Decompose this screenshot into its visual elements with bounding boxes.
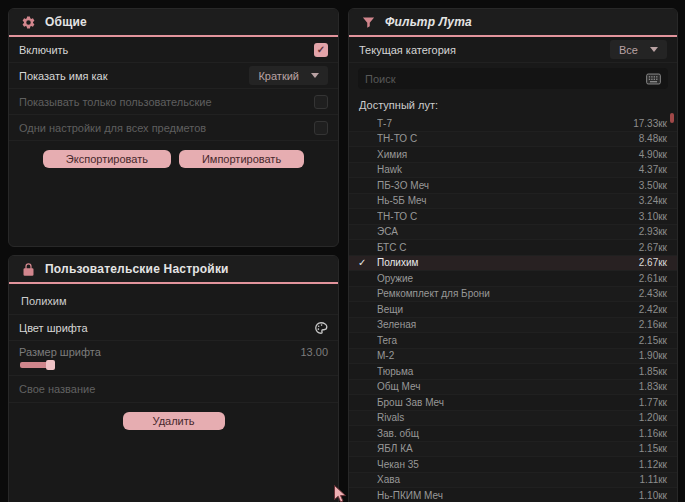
item-name: ЭСА bbox=[377, 226, 639, 237]
list-item[interactable]: Hawk4.37кк bbox=[349, 163, 677, 179]
item-count: 2.15кк bbox=[639, 335, 667, 346]
delete-row: Удалить bbox=[9, 412, 338, 430]
item-name: Hawk bbox=[377, 164, 639, 175]
item-name: ТН-ТО С bbox=[377, 133, 639, 144]
item-count: 1.90кк bbox=[639, 350, 667, 361]
list-item[interactable]: ТН-ТО С8.48кк bbox=[349, 132, 677, 148]
list-item[interactable]: Rivals1.20кк bbox=[349, 411, 677, 427]
list-item[interactable]: ПБ-3О Меч3.50кк bbox=[349, 178, 677, 194]
custom-settings-panel: Пользовательские Настройки Полихим Цвет … bbox=[8, 255, 339, 502]
list-item[interactable]: Тега2.15кк bbox=[349, 333, 677, 349]
loot-list: Т-717.33ккТН-ТО С8.48ккХимия4.90ккHawk4.… bbox=[349, 116, 677, 502]
item-name: Полихим bbox=[377, 257, 639, 268]
import-button[interactable]: Импортировать bbox=[179, 150, 304, 168]
show-name-label: Показать имя как bbox=[19, 70, 108, 82]
item-name: Тега bbox=[377, 335, 639, 346]
item-name: Ремкомплект для Брони bbox=[377, 288, 639, 299]
enable-checkbox[interactable]: ✓ bbox=[314, 43, 328, 57]
same-settings-label: Одни настройки для всех предметов bbox=[19, 122, 206, 134]
scrollbar-thumb[interactable] bbox=[670, 113, 674, 123]
enable-row: Включить ✓ bbox=[9, 37, 338, 63]
item-count: 2.43кк bbox=[639, 288, 667, 299]
item-name: ТН-ТО С bbox=[377, 211, 639, 222]
list-item[interactable]: Общ Меч1.83кк bbox=[349, 380, 677, 396]
same-settings-checkbox[interactable] bbox=[314, 121, 328, 135]
export-button[interactable]: Экспортировать bbox=[43, 150, 171, 168]
show-name-combo[interactable]: Краткий bbox=[249, 66, 328, 85]
only-custom-row: Показывать только пользовательские bbox=[9, 89, 338, 115]
gear-icon bbox=[21, 15, 36, 30]
list-item[interactable]: Оружие2.61кк bbox=[349, 271, 677, 287]
item-count: 1.15кк bbox=[639, 443, 667, 454]
chevron-down-icon bbox=[650, 47, 658, 52]
item-count: 1.11кк bbox=[640, 474, 667, 485]
list-item[interactable]: ЭСА2.93кк bbox=[349, 225, 677, 241]
item-name: Зеленая bbox=[377, 319, 639, 330]
item-count: 1.10кк bbox=[639, 490, 667, 501]
item-count: 1.83кк bbox=[639, 381, 667, 392]
item-count: 2.42кк bbox=[639, 304, 667, 315]
item-count: 2.67кк bbox=[639, 242, 667, 253]
general-panel: Общие Включить ✓ Показать имя как Кратки… bbox=[8, 8, 339, 247]
list-item[interactable]: Чекан 351.12кк bbox=[349, 457, 677, 473]
list-item[interactable]: Тюрьма1.85кк bbox=[349, 364, 677, 380]
list-item[interactable]: Брош Зав Меч1.77кк bbox=[349, 395, 677, 411]
list-item[interactable]: М-21.90кк bbox=[349, 349, 677, 365]
delete-button[interactable]: Удалить bbox=[123, 412, 225, 430]
category-label: Текущая категория bbox=[359, 44, 456, 56]
keyboard-icon[interactable] bbox=[646, 73, 661, 85]
slider-grab[interactable] bbox=[46, 360, 55, 370]
export-import-row: Экспортировать Импортировать bbox=[9, 150, 338, 168]
only-custom-checkbox[interactable] bbox=[314, 95, 328, 109]
item-count: 1.16кк bbox=[639, 428, 667, 439]
font-size-slider[interactable] bbox=[20, 362, 54, 368]
loot-filter-title: Фильтр Лута bbox=[385, 15, 472, 29]
list-item[interactable]: ТН-ТО С3.10кк bbox=[349, 209, 677, 225]
item-name: Хава bbox=[377, 474, 640, 485]
custom-name-row bbox=[9, 376, 338, 403]
list-item[interactable]: Нь-ПКИМ Меч1.10кк bbox=[349, 488, 677, 502]
list-item[interactable]: ЯБЛ КА1.15кк bbox=[349, 442, 677, 458]
list-item[interactable]: Химия4.90кк bbox=[349, 147, 677, 163]
item-count: 8.48кк bbox=[639, 133, 667, 144]
font-size-row: Размер шрифта 13.00 bbox=[9, 341, 338, 376]
item-name: Тюрьма bbox=[377, 366, 639, 377]
item-count: 2.93кк bbox=[639, 226, 667, 237]
item-name: Оружие bbox=[377, 273, 639, 284]
funnel-icon bbox=[361, 15, 376, 30]
item-count: 1.12кк bbox=[639, 459, 667, 470]
enable-label: Включить bbox=[19, 44, 68, 56]
custom-settings-header: Пользовательские Настройки bbox=[9, 256, 338, 284]
list-item[interactable]: Т-717.33кк bbox=[349, 116, 677, 132]
only-custom-label: Показывать только пользовательские bbox=[19, 96, 212, 108]
category-combo[interactable]: Все bbox=[610, 40, 667, 59]
search-bar bbox=[358, 68, 668, 89]
item-name: Брош Зав Меч bbox=[377, 397, 639, 408]
list-item[interactable]: Вещи2.42кк bbox=[349, 302, 677, 318]
same-settings-row: Одни настройки для всех предметов bbox=[9, 115, 338, 141]
item-name: БТС С bbox=[377, 242, 639, 253]
item-name: Общ Меч bbox=[377, 381, 639, 392]
list-item[interactable]: Зав. общ1.16кк bbox=[349, 426, 677, 442]
list-item[interactable]: Хава1.11кк bbox=[349, 473, 677, 489]
font-color-row: Цвет шрифта bbox=[9, 315, 338, 341]
item-name: Химия bbox=[377, 149, 639, 160]
custom-name-input[interactable] bbox=[19, 383, 328, 395]
item-name: ЯБЛ КА bbox=[377, 443, 639, 454]
category-row: Текущая категория Все bbox=[349, 37, 677, 63]
search-input[interactable] bbox=[365, 73, 646, 85]
palette-icon[interactable] bbox=[314, 321, 328, 335]
list-item[interactable]: БТС С2.67кк bbox=[349, 240, 677, 256]
item-count: 1.85кк bbox=[639, 366, 667, 377]
list-item[interactable]: Зеленая2.16кк bbox=[349, 318, 677, 334]
item-name: Вещи bbox=[377, 304, 639, 315]
list-item[interactable]: Нь-5Б Меч3.24кк bbox=[349, 194, 677, 210]
check-icon: ✓ bbox=[358, 257, 370, 268]
show-name-row: Показать имя как Краткий bbox=[9, 63, 338, 89]
item-name: Чекан 35 bbox=[377, 459, 639, 470]
chevron-down-icon bbox=[311, 73, 319, 78]
category-value: Все bbox=[619, 44, 638, 56]
list-item[interactable]: ✓Полихим2.67кк bbox=[349, 256, 677, 272]
list-item[interactable]: Ремкомплект для Брони2.43кк bbox=[349, 287, 677, 303]
item-name: ПБ-3О Меч bbox=[377, 180, 639, 191]
